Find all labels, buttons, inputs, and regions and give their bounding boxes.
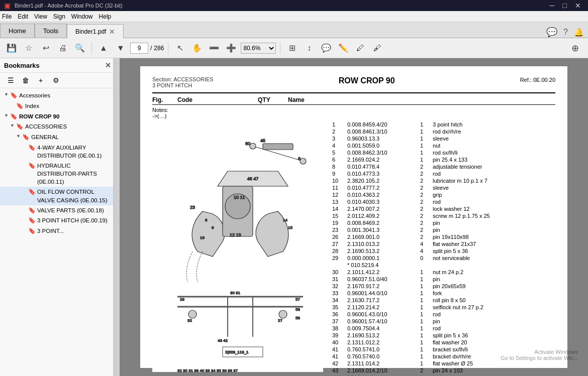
bookmark-accessories[interactable]: ▼ 🔖 Accessories <box>0 90 115 101</box>
back-btn[interactable]: ↩ <box>38 41 53 56</box>
help-icon[interactable]: ? <box>563 28 568 37</box>
bookmark-btn[interactable]: ☆ <box>21 41 36 56</box>
table-row: 39 2.1690.513.2 1 split pin 5 x 36 <box>331 332 555 339</box>
menu-window[interactable]: Window <box>71 13 93 20</box>
menu-help[interactable]: Help <box>99 13 112 20</box>
delete-btn[interactable]: 🗑 <box>19 75 32 86</box>
zoom-in-btn[interactable]: ➕ <box>224 41 239 56</box>
table-row: 35 2.1120.214.2 1 selflock nut m 27 p.2 <box>331 304 555 311</box>
menu-sign[interactable]: Sign <box>53 13 65 20</box>
bookmark-general[interactable]: ▼ 🔖 GENERAL <box>0 132 115 143</box>
svg-text:30 31: 30 31 <box>230 291 241 295</box>
bookmark-valve-parts[interactable]: 🔖 VALVE PARTS (0E.00.18) <box>0 205 115 216</box>
close-btn[interactable]: ✕ <box>572 2 584 10</box>
comment-btn[interactable]: 💬 <box>319 41 334 56</box>
diagram-area: 45 60 6 46 47 23 <box>152 121 323 376</box>
svg-text:19: 19 <box>200 235 205 240</box>
chat-icon[interactable]: 💬 <box>546 27 557 38</box>
pdf-header: Section: ACCESSORIES 3 POINT HITCH ROW C… <box>152 76 555 88</box>
col-fig-header: Fig. <box>152 96 177 103</box>
svg-text:23: 23 <box>190 205 195 210</box>
tab-home[interactable]: Home <box>0 24 35 38</box>
bookmark-4way[interactable]: 🔖 4-WAY AUXILIARY DISTRIBUTOR (0E.00.1) <box>0 143 115 161</box>
page-separator: / <box>150 45 152 52</box>
table-row: 32 2.1670.917.2 1 pin 20x65x59 <box>331 283 555 290</box>
table-row: 19 0.008.8469.2 2 pin <box>331 219 555 226</box>
search-btn[interactable]: 🔍 <box>72 41 87 56</box>
tools-right-btn[interactable]: ⊕ <box>566 41 584 56</box>
pen-btn[interactable]: ✏️ <box>336 41 351 56</box>
app-icon: ▣ <box>4 2 11 10</box>
svg-text:12 13: 12 13 <box>230 232 241 237</box>
pdf-page: Section: ACCESSORIES 3 POINT HITCH ROW C… <box>140 66 567 368</box>
cursor-tool[interactable]: ↖ <box>172 41 187 56</box>
zoom-select[interactable]: 80.6% 50% 75% 100% 125% 150% <box>241 43 276 54</box>
scroll-btn[interactable]: ↕ <box>302 41 317 56</box>
table-row: 4 0.001.5059.0 1 nut <box>331 142 555 149</box>
bookmarks-tree: ▼ 🔖 Accessories 🔖 Index ▼ 🔖 ROW CROP 90 <box>0 88 115 376</box>
view-mode-btn[interactable]: ⊞ <box>284 41 300 56</box>
windows-watermark: Activate Windows Go to Settings to activ… <box>501 349 578 361</box>
pdf-section-info: Section: ACCESSORIES 3 POINT HITCH <box>152 76 214 88</box>
print-btn[interactable]: 🖨 <box>55 41 70 56</box>
panel-header: Bookmarks ✕ <box>0 58 115 73</box>
pdf-area[interactable]: Section: ACCESSORIES 3 POINT HITCH ROW C… <box>120 58 588 376</box>
table-row: 40 2.1311.012.2 1 flat washer 20 <box>331 339 555 346</box>
table-row: 13 0.010.4030.3 2 rod <box>331 198 555 205</box>
prev-page-btn[interactable]: ▲ <box>96 41 111 56</box>
col-qty-header: QTY <box>258 96 288 103</box>
bookmark-index[interactable]: 🔖 Index <box>0 101 115 111</box>
minimize-btn[interactable]: ─ <box>547 2 558 10</box>
tab-tools[interactable]: Tools <box>35 24 67 38</box>
sep3 <box>280 42 280 54</box>
bookmark-3point-hitch[interactable]: 🔖 3 POINT HITCH (0E.00.19) <box>0 215 115 226</box>
bookmark-3point-more[interactable]: 🔖 3 POINT... <box>0 226 115 236</box>
svg-text:2|629_119_1: 2|629_119_1 <box>225 350 249 354</box>
expand-all-btn[interactable]: ☰ <box>4 75 17 86</box>
bookmark-accessories2[interactable]: ▼ 🔖 ACCESSORIES <box>0 121 115 132</box>
title-bar-text: Binder1.pdf - Adobe Acrobat Pro DC (32-b… <box>15 3 123 9</box>
tab-doc[interactable]: Binder1.pdf ✕ <box>67 24 124 38</box>
table-row: 10 2.3820.105.2 2 lubricator m 10 p.1 x … <box>331 177 555 184</box>
add-bookmark-btn[interactable]: + <box>34 75 47 86</box>
table-row: 11 0.010.4777.2 2 sleeve <box>331 184 555 191</box>
table-row: 23 0.001.3041.3 2 pin <box>331 226 555 233</box>
sign-btn[interactable]: 🖋 <box>370 41 385 56</box>
close-panel-btn[interactable]: ✕ <box>105 61 111 69</box>
tab-close-btn[interactable]: ✕ <box>109 28 115 36</box>
page-nav: / 286 <box>130 43 164 54</box>
bookmark-hydraulic[interactable]: 🔖 HYDRAULIC DISTRIBUTOR-PARTS (0E.00.11) <box>0 161 115 187</box>
notification-icon[interactable]: 🔔 <box>574 28 584 37</box>
next-page-btn[interactable]: ▼ <box>113 41 128 56</box>
maximize-btn[interactable]: □ <box>560 2 570 10</box>
page-input[interactable] <box>130 43 148 54</box>
panel-toolbar: ☰ 🗑 + ⚙ <box>0 73 115 88</box>
save-btn[interactable]: 💾 <box>4 41 19 56</box>
menu-edit[interactable]: Edit <box>18 13 28 20</box>
table-row: 2 0.008.8461.3/10 1 rod dx/rh/re <box>331 128 555 135</box>
settings-bookmark-btn[interactable]: ⚙ <box>49 75 62 86</box>
svg-text:27: 27 <box>278 318 282 323</box>
col-code-header: Code <box>177 96 258 103</box>
pan-tool[interactable]: ✋ <box>189 41 205 56</box>
highlight-btn[interactable]: 🖊 <box>353 41 368 56</box>
svg-rect-3 <box>263 144 293 150</box>
section-label: Section: ACCESSORIES <box>152 76 214 82</box>
table-row: 1 0.008.8459.4/20 1 3 point hitch <box>331 121 555 128</box>
table-row: 34 2.1630.717.2 1 roll pin 8 x 50 <box>331 297 555 304</box>
svg-text:6: 6 <box>298 156 301 161</box>
resize-divider[interactable]: ⋮ <box>116 58 120 376</box>
table-row: 43 2.1669.014.2/10 2 pin 24 x 103 <box>331 367 555 374</box>
table-row: 36 0.96001.43.0/10 1 rod <box>331 311 555 318</box>
bookmark-oilflow[interactable]: 🔖 OIL FLOW CONTROL VALVE CASING (0E.00.1… <box>0 187 115 205</box>
toolbar: 💾 ☆ ↩ 🖨 🔍 ▲ ▼ / 286 ↖ ✋ ➖ ➕ 80.6% 50% 75… <box>0 38 588 58</box>
parts-table-area: 1 0.008.8459.4/20 1 3 point hitch 2 0.00… <box>331 121 555 376</box>
menu-view[interactable]: View <box>34 13 47 20</box>
bookmark-rowcrop90[interactable]: ▼ 🔖 ROW CROP 90 <box>0 111 115 122</box>
menu-file[interactable]: File <box>2 13 12 20</box>
table-row: 3 0.96003.13.3 1 sleeve <box>331 135 555 142</box>
svg-text:32: 32 <box>187 318 192 323</box>
zoom-out-btn[interactable]: ➖ <box>207 41 222 56</box>
table-row: 26 2.1669.001.0 2 pin 19x110x98 <box>331 233 555 240</box>
panel-resize-handle[interactable] <box>113 58 115 376</box>
